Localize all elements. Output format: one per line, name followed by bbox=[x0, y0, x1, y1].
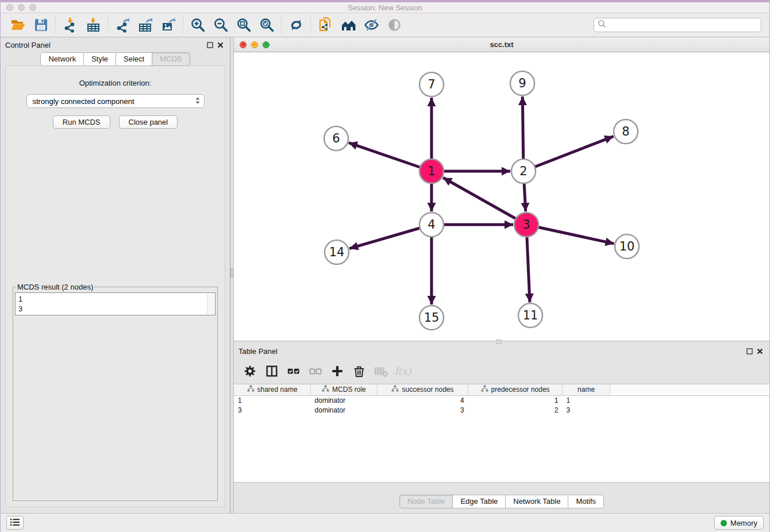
import-table-button[interactable] bbox=[82, 16, 105, 35]
save-session-button[interactable] bbox=[29, 16, 52, 35]
tab-edge-table[interactable]: Edge Table bbox=[453, 495, 506, 508]
select-all-button[interactable] bbox=[283, 361, 304, 381]
graph-node-1[interactable]: 1 bbox=[419, 159, 444, 183]
cell-shared-name[interactable]: 3 bbox=[234, 405, 311, 415]
main-area: Control Panel NetworkStyleSelectMCDS Opt… bbox=[1, 37, 769, 513]
tab-network[interactable]: Network bbox=[40, 52, 84, 66]
cell-successor-nodes[interactable]: 4 bbox=[377, 395, 468, 405]
search-input[interactable] bbox=[609, 21, 757, 29]
table-mode-gear-button[interactable] bbox=[240, 361, 260, 381]
zoom-fit-button[interactable] bbox=[232, 16, 255, 35]
result-scrollbar[interactable] bbox=[207, 294, 214, 314]
float-panel-icon[interactable] bbox=[744, 346, 754, 356]
graph-node-15[interactable]: 15 bbox=[419, 306, 444, 330]
horizontal-splitter[interactable] bbox=[234, 341, 769, 344]
network-close-button[interactable]: ✕ bbox=[240, 41, 247, 48]
new-network-from-selection-button[interactable] bbox=[314, 16, 337, 35]
zoom-out-button[interactable] bbox=[209, 16, 232, 35]
close-panel-icon[interactable] bbox=[215, 40, 225, 50]
import-network-button[interactable] bbox=[59, 16, 82, 35]
graph-node-7[interactable]: 7 bbox=[419, 72, 444, 97]
column-header-name[interactable]: name bbox=[562, 384, 610, 395]
column-header-successor-nodes[interactable]: successor nodes bbox=[377, 384, 468, 395]
export-network-button[interactable] bbox=[111, 16, 134, 35]
close-panel-icon[interactable] bbox=[754, 346, 765, 356]
show-all-button[interactable] bbox=[383, 16, 406, 35]
mcds-result-box[interactable]: 1 3 bbox=[15, 292, 215, 315]
tab-motifs[interactable]: Motifs bbox=[568, 495, 604, 508]
graph-edge-1-6[interactable] bbox=[349, 142, 432, 171]
graph-node-11[interactable]: 11 bbox=[518, 303, 542, 327]
svg-text:15: 15 bbox=[424, 311, 440, 325]
deselect-all-button[interactable] bbox=[305, 361, 326, 381]
table-row[interactable]: 1dominator411 bbox=[234, 395, 769, 405]
graph-edge-3-10[interactable] bbox=[526, 225, 614, 244]
column-header-predecessor-nodes[interactable]: predecessor nodes bbox=[468, 384, 563, 395]
graph-node-10[interactable]: 10 bbox=[615, 234, 639, 259]
graph-node-3[interactable]: 3 bbox=[514, 213, 538, 237]
show-columns-button[interactable] bbox=[261, 361, 282, 381]
toolbar-separator bbox=[183, 16, 183, 34]
graph-edge-4-14[interactable] bbox=[349, 225, 432, 249]
open-session-button[interactable] bbox=[6, 16, 29, 35]
graph-node-4[interactable]: 4 bbox=[419, 213, 444, 237]
tab-mcds[interactable]: MCDS bbox=[152, 52, 190, 66]
graph-node-14[interactable]: 14 bbox=[325, 240, 349, 264]
cell-predecessor-nodes[interactable]: 2 bbox=[468, 405, 563, 415]
graph-node-8[interactable]: 8 bbox=[614, 119, 638, 144]
node-table[interactable]: shared nameMCDS rolesuccessor nodesprede… bbox=[234, 384, 769, 415]
function-builder-button: f(x) bbox=[392, 361, 413, 381]
search-box[interactable] bbox=[594, 18, 761, 32]
toolbar-separator bbox=[310, 16, 311, 34]
window-controls bbox=[6, 4, 36, 11]
tab-node-table[interactable]: Node Table bbox=[399, 495, 453, 508]
hide-selected-button[interactable] bbox=[360, 16, 383, 35]
memory-button[interactable]: Memory bbox=[714, 516, 764, 530]
cell-MCDS-role[interactable]: dominator bbox=[311, 405, 378, 415]
network-canvas[interactable]: 7968124314101511 bbox=[234, 52, 770, 341]
graph-edge-3-1[interactable] bbox=[443, 178, 526, 225]
cell-name[interactable]: 3 bbox=[562, 405, 610, 415]
create-column-button[interactable] bbox=[327, 361, 348, 381]
column-header-MCDS-role[interactable]: MCDS role bbox=[311, 384, 378, 395]
close-panel-button[interactable]: Close panel bbox=[119, 115, 178, 129]
delete-columns-button[interactable] bbox=[349, 361, 369, 381]
table-row[interactable]: 3dominator323 bbox=[234, 405, 769, 415]
delete-table-button bbox=[371, 361, 391, 381]
cell-name[interactable]: 1 bbox=[562, 395, 610, 405]
table-panel: Table Panel f(x) shared nameMCDS rolesuc… bbox=[234, 344, 769, 513]
criterion-select-value: strongly connected component bbox=[33, 97, 194, 106]
graph-node-6[interactable]: 6 bbox=[324, 126, 348, 151]
search-icon bbox=[598, 20, 606, 30]
export-image-button[interactable] bbox=[157, 16, 180, 35]
column-header-shared-name[interactable]: shared name bbox=[234, 384, 311, 395]
graph-node-9[interactable]: 9 bbox=[510, 71, 534, 95]
window-minimize-button[interactable] bbox=[18, 4, 25, 11]
apply-preferred-layout-button[interactable] bbox=[284, 16, 307, 35]
criterion-select[interactable]: strongly connected component bbox=[26, 94, 205, 108]
splitter-grip[interactable] bbox=[496, 340, 502, 344]
window-zoom-button[interactable] bbox=[29, 4, 36, 11]
export-table-button[interactable] bbox=[134, 16, 157, 35]
vertical-splitter[interactable] bbox=[230, 37, 234, 513]
tab-style[interactable]: Style bbox=[84, 52, 116, 66]
cell-shared-name[interactable]: 1 bbox=[234, 395, 311, 405]
window-close-button[interactable] bbox=[6, 4, 13, 11]
tab-network-table[interactable]: Network Table bbox=[506, 495, 568, 508]
first-neighbors-button[interactable] bbox=[337, 16, 360, 35]
network-maximize-button[interactable]: + bbox=[263, 41, 270, 48]
zoom-in-button[interactable] bbox=[186, 16, 209, 35]
task-history-button[interactable] bbox=[6, 516, 24, 530]
float-panel-icon[interactable] bbox=[205, 40, 215, 50]
graph-edge-2-8[interactable] bbox=[523, 136, 614, 171]
network-minimize-button[interactable]: − bbox=[251, 41, 258, 48]
splitter-grip[interactable] bbox=[230, 268, 234, 277]
cell-predecessor-nodes[interactable]: 1 bbox=[468, 395, 563, 405]
svg-text:2: 2 bbox=[519, 164, 527, 178]
run-mcds-button[interactable]: Run MCDS bbox=[53, 115, 110, 129]
cell-MCDS-role[interactable]: dominator bbox=[311, 395, 378, 405]
tab-select[interactable]: Select bbox=[116, 52, 152, 66]
cell-successor-nodes[interactable]: 3 bbox=[377, 405, 468, 415]
zoom-selected-button[interactable] bbox=[255, 16, 278, 35]
graph-node-2[interactable]: 2 bbox=[511, 159, 536, 183]
